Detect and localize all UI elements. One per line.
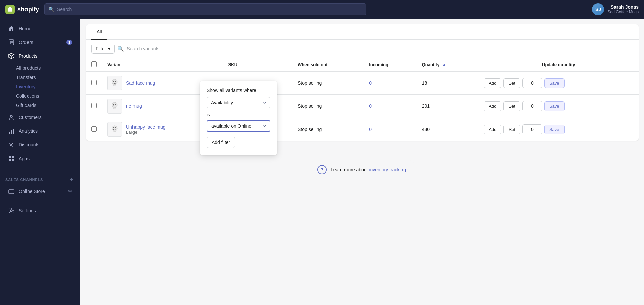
filter-is-label: is xyxy=(207,112,270,117)
qty-input-2[interactable] xyxy=(522,101,542,111)
quantity-3: 480 xyxy=(417,118,479,141)
save-btn-2[interactable]: Save xyxy=(544,101,565,111)
add-filter-button[interactable]: Add filter xyxy=(207,137,235,148)
quantity-2: 201 xyxy=(417,95,479,118)
incoming-2: 0 xyxy=(364,95,417,118)
svg-rect-14 xyxy=(9,159,11,161)
sidebar-item-home[interactable]: Home xyxy=(3,22,78,35)
set-btn-3[interactable]: Set xyxy=(503,125,520,134)
quantity-1: 18 xyxy=(417,72,479,95)
global-search-input[interactable] xyxy=(57,7,362,12)
inventory-tracking-link[interactable]: inventory tracking xyxy=(369,167,406,172)
svg-point-9 xyxy=(10,143,11,144)
global-search-bar[interactable]: 🔍 xyxy=(44,3,366,15)
svg-rect-13 xyxy=(12,156,14,158)
svg-point-24 xyxy=(112,126,117,131)
sidebar-item-settings[interactable]: Settings xyxy=(3,204,78,217)
user-info: Sarah Jonas Sad Coffee Mugs xyxy=(607,4,639,14)
online-store-label: Online Store xyxy=(19,189,45,194)
eye-icon[interactable]: 👁 xyxy=(68,189,72,194)
filter-row: Filter ▾ 🔍 xyxy=(86,40,639,58)
sidebar-subitem-transfers[interactable]: Transfers xyxy=(0,73,80,82)
add-btn-2[interactable]: Add xyxy=(484,101,501,111)
save-btn-1[interactable]: Save xyxy=(544,78,565,88)
search-variants-input[interactable] xyxy=(127,46,633,51)
user-area[interactable]: SJ Sarah Jonas Sad Coffee Mugs xyxy=(592,3,639,15)
topbar: shopify 🔍 SJ Sarah Jonas Sad Coffee Mugs xyxy=(0,0,644,19)
filter-button[interactable]: Filter ▾ xyxy=(91,44,115,54)
sidebar-item-orders[interactable]: Orders 1 xyxy=(3,36,78,49)
sales-channels-section: SALES CHANNELS + xyxy=(0,171,80,184)
filter-field-select[interactable]: Availability SKU Barcode Product type Ve… xyxy=(207,97,270,108)
shopify-bag-icon xyxy=(5,5,15,14)
svg-point-10 xyxy=(12,145,13,146)
sidebar-divider2 xyxy=(0,201,80,201)
tab-all[interactable]: All xyxy=(91,24,107,40)
incoming-link-2[interactable]: 0 xyxy=(369,103,372,109)
discounts-icon xyxy=(8,141,15,148)
sidebar-subitem-all-products[interactable]: All products xyxy=(0,63,80,73)
sold-out-2: Stop selling xyxy=(292,95,364,118)
table-row: Unhappy face mug Large sadmug-0013 Stop … xyxy=(86,118,639,141)
sidebar-subitem-inventory[interactable]: Inventory xyxy=(0,82,80,91)
table-row: ne mug sadmug-001 Stop selling 0 201 Add xyxy=(86,95,639,118)
sidebar: Home Orders 1 Products All products Tran… xyxy=(0,19,80,305)
info-bubble: ? Learn more about inventory tracking. xyxy=(308,160,417,180)
sidebar-item-settings-label: Settings xyxy=(19,208,36,213)
svg-point-22 xyxy=(113,104,114,105)
qty-input-1[interactable] xyxy=(522,78,542,88)
filter-dropdown-title: Show all variants where: xyxy=(207,88,270,93)
sidebar-item-apps[interactable]: Apps xyxy=(3,152,78,165)
product-name-2[interactable]: ne mug xyxy=(126,103,142,109)
filter-value-select[interactable]: available on Online not available on Onl… xyxy=(207,120,270,132)
svg-point-21 xyxy=(112,102,117,108)
orders-icon xyxy=(8,39,15,46)
sidebar-item-discounts[interactable]: Discounts xyxy=(3,138,78,151)
add-btn-1[interactable]: Add xyxy=(484,78,501,88)
set-btn-2[interactable]: Set xyxy=(503,101,520,111)
svg-point-25 xyxy=(113,127,114,128)
col-sku: SKU xyxy=(223,58,292,72)
svg-rect-15 xyxy=(12,159,14,161)
set-btn-1[interactable]: Set xyxy=(503,78,520,88)
select-all-checkbox[interactable] xyxy=(91,61,97,67)
row-checkbox-2[interactable] xyxy=(91,103,97,108)
content-card: All Filter ▾ 🔍 Variant xyxy=(86,24,639,141)
row-checkbox-1[interactable] xyxy=(91,80,97,85)
qty-actions-1: Add Set Save xyxy=(484,78,633,88)
incoming-link-3[interactable]: 0 xyxy=(369,127,372,132)
col-variant: Variant xyxy=(102,58,223,72)
sidebar-subitem-collections[interactable]: Collections xyxy=(0,91,80,101)
svg-point-26 xyxy=(115,127,116,128)
sales-channels-label: SALES CHANNELS xyxy=(5,178,43,182)
add-channel-icon[interactable]: + xyxy=(68,176,75,183)
svg-line-11 xyxy=(10,143,13,146)
svg-point-20 xyxy=(115,81,116,82)
row-checkbox-3[interactable] xyxy=(91,126,97,132)
bottom-info: ? Learn more about inventory tracking. xyxy=(80,146,644,186)
sidebar-subitem-gift-cards[interactable]: Gift cards xyxy=(0,101,80,110)
tabs: All xyxy=(86,24,639,40)
sidebar-item-products[interactable]: Products xyxy=(3,49,78,63)
sidebar-divider xyxy=(0,168,80,168)
bag-svg xyxy=(7,6,13,12)
sidebar-item-customers[interactable]: Customers xyxy=(3,111,78,124)
analytics-icon xyxy=(8,128,15,134)
sidebar-item-analytics[interactable]: Analytics xyxy=(3,124,78,138)
qty-input-3[interactable] xyxy=(522,124,542,134)
shopify-logo[interactable]: shopify xyxy=(5,5,39,14)
sidebar-item-discounts-label: Discounts xyxy=(19,142,39,147)
incoming-link-1[interactable]: 0 xyxy=(369,80,372,86)
inventory-table: Variant SKU When sold out Incoming Quant… xyxy=(86,58,639,141)
product-name-3[interactable]: Unhappy face mug xyxy=(126,124,166,130)
svg-rect-8 xyxy=(13,129,14,134)
products-icon xyxy=(8,53,15,59)
product-name-1[interactable]: Sad face mug xyxy=(126,80,155,86)
sidebar-item-online-store[interactable]: Online Store 👁 xyxy=(3,185,78,198)
user-name: Sarah Jonas xyxy=(607,4,639,10)
sort-icon: ▲ xyxy=(441,62,446,67)
online-store-left: Online Store xyxy=(8,188,45,195)
save-btn-3[interactable]: Save xyxy=(544,125,565,134)
sidebar-item-home-label: Home xyxy=(19,26,31,31)
add-btn-3[interactable]: Add xyxy=(484,125,501,134)
